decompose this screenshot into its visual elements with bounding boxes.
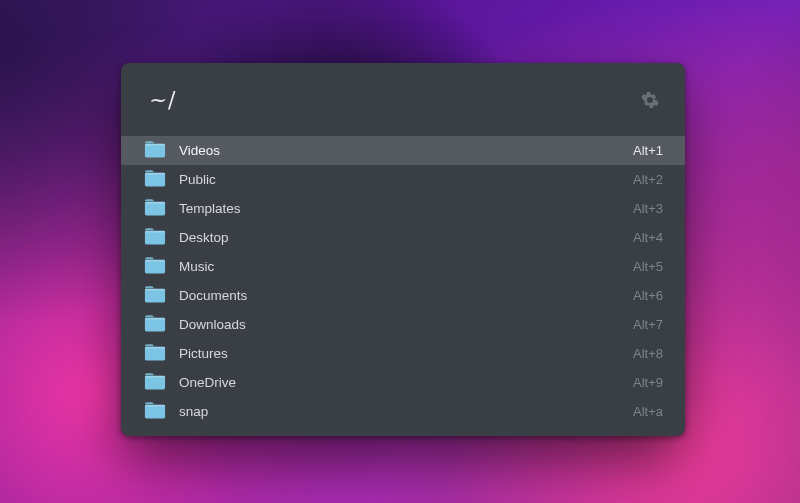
svg-rect-16 <box>145 375 165 389</box>
item-shortcut: Alt+7 <box>633 317 663 332</box>
item-label: Public <box>179 172 620 187</box>
item-label: Videos <box>179 143 620 158</box>
svg-rect-17 <box>145 375 165 377</box>
svg-rect-2 <box>145 172 165 186</box>
svg-rect-18 <box>145 404 165 418</box>
svg-rect-4 <box>145 201 165 215</box>
item-label: OneDrive <box>179 375 620 390</box>
folder-icon <box>144 344 166 364</box>
folder-icon <box>144 141 166 161</box>
item-label: Pictures <box>179 346 620 361</box>
svg-rect-1 <box>145 143 165 145</box>
result-list: VideosAlt+1PublicAlt+2TemplatesAlt+3Desk… <box>121 136 685 436</box>
folder-icon <box>144 373 166 393</box>
svg-rect-12 <box>145 317 165 331</box>
folder-icon <box>144 199 166 219</box>
svg-rect-7 <box>145 230 165 232</box>
item-shortcut: Alt+9 <box>633 375 663 390</box>
item-label: Downloads <box>179 317 620 332</box>
list-item[interactable]: DocumentsAlt+6 <box>121 281 685 310</box>
folder-icon <box>144 228 166 248</box>
item-label: Music <box>179 259 620 274</box>
svg-rect-9 <box>145 259 165 261</box>
svg-rect-0 <box>145 143 165 157</box>
svg-rect-5 <box>145 201 165 203</box>
list-item[interactable]: TemplatesAlt+3 <box>121 194 685 223</box>
item-label: snap <box>179 404 620 419</box>
launcher-header: ~/ <box>121 63 685 136</box>
folder-icon <box>144 286 166 306</box>
item-label: Documents <box>179 288 620 303</box>
list-item[interactable]: VideosAlt+1 <box>121 136 685 165</box>
item-shortcut: Alt+3 <box>633 201 663 216</box>
svg-rect-8 <box>145 259 165 273</box>
item-shortcut: Alt+5 <box>633 259 663 274</box>
item-shortcut: Alt+a <box>633 404 663 419</box>
gear-icon[interactable] <box>641 91 659 109</box>
list-item[interactable]: PublicAlt+2 <box>121 165 685 194</box>
item-label: Templates <box>179 201 620 216</box>
list-item[interactable]: snapAlt+a <box>121 397 685 426</box>
item-shortcut: Alt+4 <box>633 230 663 245</box>
path-prompt[interactable]: ~/ <box>149 87 641 112</box>
list-item[interactable]: DesktopAlt+4 <box>121 223 685 252</box>
folder-icon <box>144 402 166 422</box>
launcher-panel: ~/ VideosAlt+1PublicAlt+2TemplatesAlt+3D… <box>121 63 685 436</box>
folder-icon <box>144 170 166 190</box>
svg-rect-10 <box>145 288 165 302</box>
item-label: Desktop <box>179 230 620 245</box>
folder-icon <box>144 315 166 335</box>
item-shortcut: Alt+8 <box>633 346 663 361</box>
svg-rect-3 <box>145 172 165 174</box>
svg-rect-13 <box>145 317 165 319</box>
item-shortcut: Alt+6 <box>633 288 663 303</box>
svg-rect-14 <box>145 346 165 360</box>
svg-rect-19 <box>145 404 165 406</box>
folder-icon <box>144 257 166 277</box>
list-item[interactable]: DownloadsAlt+7 <box>121 310 685 339</box>
item-shortcut: Alt+2 <box>633 172 663 187</box>
list-item[interactable]: OneDriveAlt+9 <box>121 368 685 397</box>
list-item[interactable]: MusicAlt+5 <box>121 252 685 281</box>
svg-rect-15 <box>145 346 165 348</box>
svg-rect-6 <box>145 230 165 244</box>
item-shortcut: Alt+1 <box>633 143 663 158</box>
list-item[interactable]: PicturesAlt+8 <box>121 339 685 368</box>
svg-rect-11 <box>145 288 165 290</box>
